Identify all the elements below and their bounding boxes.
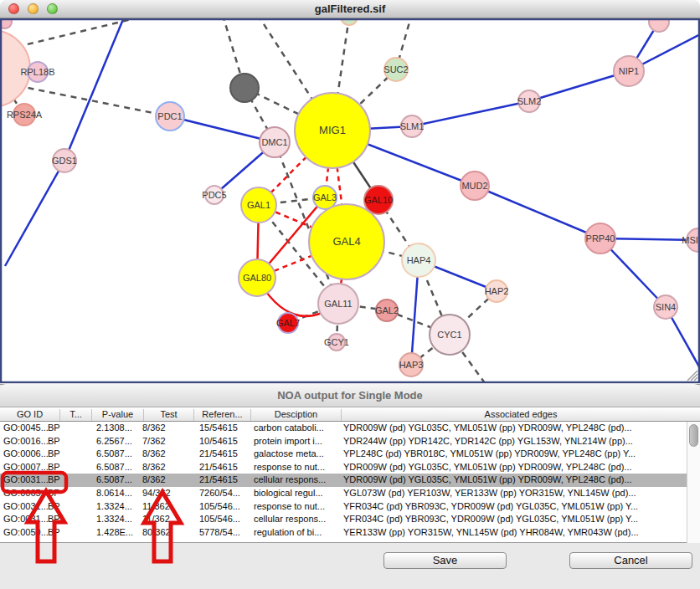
- table-cell: 11/362: [142, 514, 193, 524]
- table-cell: galactose meta...: [254, 448, 341, 458]
- table-row-selected[interactable]: GO:0031...BP6.5087...8/36221/54615cellul…: [0, 474, 687, 487]
- network-edge[interactable]: [64, 18, 126, 161]
- table-cell: YDR244W (pp) YDR142C, YDR142C (pp) YGL15…: [343, 436, 685, 446]
- column-header-test[interactable]: Test: [144, 409, 194, 421]
- table-cell: 8/362: [142, 462, 193, 472]
- column-header-p-value[interactable]: P-value: [92, 409, 144, 421]
- table-cell: GO:0007...: [3, 462, 49, 472]
- table-row[interactable]: GO:0007...BP6.5087...8/36221/54615respon…: [0, 461, 687, 474]
- table-cell: GO:0031...: [3, 474, 49, 484]
- table-cell: BP: [48, 527, 73, 537]
- table-cell: 8/362: [142, 474, 193, 484]
- table-cell: biological regul...: [254, 488, 341, 498]
- table-cell: protein import i...: [254, 436, 341, 446]
- network-window-titlebar[interactable]: galFiltered.sif: [0, 0, 700, 18]
- table-cell: GO:0016...: [3, 436, 49, 446]
- node-label-GAL3: GAL3: [313, 192, 337, 202]
- table-cell: GO:0050...: [3, 527, 49, 537]
- node-label-GCY1: GCY1: [324, 337, 349, 347]
- column-header-associated-edges[interactable]: Associated edges: [342, 409, 700, 421]
- node-label-GAL2: GAL2: [375, 305, 399, 315]
- table-row[interactable]: GO:0045...BP2.1308...8/36215/54615carbon…: [0, 422, 687, 435]
- table-cell: GO:0006...: [3, 448, 49, 458]
- table-cell: regulation of bi...: [254, 527, 341, 537]
- node-label-SLM2: SLM2: [517, 96, 542, 106]
- node-label-SUC2: SUC2: [383, 64, 408, 74]
- network-edge[interactable]: [475, 186, 600, 238]
- table-cell: response to nut...: [254, 501, 341, 511]
- node-label-NIP1: NIP1: [619, 66, 639, 76]
- table-body: GO:0045...BP2.1308...8/36215/54615carbon…: [0, 422, 687, 542]
- table-cell: cellular respons...: [254, 474, 341, 484]
- table-cell: 8.0614...: [96, 488, 142, 498]
- node-label-HAP3: HAP3: [399, 360, 424, 370]
- table-cell: YFR034C (pd) YBR093C, YDR009W (pd) YGL03…: [343, 501, 685, 511]
- column-header-type[interactable]: T...: [60, 409, 92, 421]
- scrollbar-thumb[interactable]: [689, 424, 698, 447]
- vertical-scrollbar[interactable]: [687, 422, 700, 543]
- table-cell: BP: [48, 448, 73, 458]
- network-node-pinktop[interactable]: [649, 18, 669, 32]
- table-cell: BP: [48, 488, 73, 498]
- table-cell: GO:0031...: [3, 501, 49, 511]
- node-label-PRP40: PRP40: [586, 233, 615, 243]
- table-cell: 1.3324...: [96, 501, 142, 511]
- column-header-description[interactable]: Desciption: [251, 409, 342, 421]
- resize-grip-icon[interactable]: [687, 371, 697, 381]
- noa-window-title: NOA output for Single Mode: [0, 389, 700, 402]
- network-edge[interactable]: [412, 101, 529, 126]
- table-cell: YFR034C (pd) YBR093C, YDR009W (pd) YGL03…: [343, 514, 685, 524]
- table-cell: BP: [48, 514, 73, 524]
- network-canvas[interactable]: RPL18BRPS24AGDS1PDC1DMC1MIG1SUC2SLM1SLM2…: [0, 18, 700, 383]
- node-label-GAL10: GAL10: [364, 195, 393, 205]
- network-node-darknode[interactable]: [230, 74, 259, 102]
- table-cell: cellular respons...: [254, 514, 341, 524]
- table-cell: 6.5087...: [96, 462, 142, 472]
- column-header-go-id[interactable]: GO ID: [0, 409, 60, 421]
- table-row[interactable]: GO:0050...BP1.428E...80/3625778/54...reg…: [0, 526, 687, 540]
- table-cell: YGL073W (pd) YER103W, YER133W (pp) YOR31…: [343, 488, 685, 498]
- node-label-HAP4: HAP4: [407, 255, 431, 265]
- network-window-title: galFiltered.sif: [0, 3, 700, 15]
- table-row[interactable]: GO:0065...BP8.0614...94/3627260/54...bio…: [0, 487, 687, 500]
- save-button[interactable]: Save: [383, 552, 507, 569]
- node-label-GAL4: GAL4: [332, 235, 360, 248]
- table-row[interactable]: GO:0031...BP1.3324...11/362105/546...res…: [0, 500, 687, 514]
- table-cell: 80/362: [142, 527, 193, 537]
- table-cell: GO:0031...: [3, 514, 49, 524]
- node-label-DMC1: DMC1: [261, 137, 287, 147]
- network-edge[interactable]: [170, 116, 275, 142]
- node-label-GAL1: GAL1: [247, 200, 270, 210]
- table-row[interactable]: GO:0016...BP6.2567...7/36210/54615protei…: [0, 435, 687, 448]
- network-edge[interactable]: [5, 161, 64, 266]
- table-cell: BP: [48, 436, 73, 446]
- table-row[interactable]: GO:0006...BP6.5087...8/36221/54615galact…: [0, 448, 687, 461]
- table-cell: YDR009W (pd) YGL035C, YML051W (pp) YDR00…: [343, 474, 685, 484]
- node-label-RPL18B: RPL18B: [21, 67, 55, 77]
- table-cell: 6.5087...: [96, 448, 142, 458]
- table-cell: 15/54615: [199, 423, 251, 433]
- table-row[interactable]: GO:0031...BP1.3324...11/362105/546...cel…: [0, 513, 687, 526]
- node-label-GAL11: GAL11: [324, 299, 352, 309]
- network-window: galFiltered.sif RPL18BRPS24AGDS1PDC1DMC1…: [0, 0, 700, 383]
- node-label-PDC1: PDC1: [157, 111, 182, 121]
- table-header: GO ID T... P-value Test Referen... Desci…: [0, 407, 700, 422]
- table-cell: 21/54615: [199, 474, 251, 484]
- table-cell: YDR009W (pd) YGL035C, YML051W (pp) YDR00…: [343, 423, 685, 433]
- table-cell: 6.2567...: [96, 436, 142, 446]
- table-cell: 21/54615: [199, 462, 251, 472]
- table-cell: 1.3324...: [96, 514, 142, 524]
- cancel-button[interactable]: Cancel: [569, 552, 692, 569]
- table-cell: 1.428E...: [96, 527, 142, 537]
- node-label-RPS24A: RPS24A: [7, 110, 43, 120]
- node-label-GAL80: GAL80: [243, 273, 271, 283]
- table-cell: response to nut...: [254, 462, 341, 472]
- table-cell: BP: [48, 501, 73, 511]
- table-cell: BP: [48, 423, 73, 433]
- table-cell: YER133W (pp) YOR315W, YNL145W (pd) YHR08…: [343, 527, 685, 537]
- table-cell: carbon cataboli...: [254, 423, 341, 433]
- node-label-MSI: MSI: [682, 235, 698, 245]
- table-cell: YDR009W (pd) YGL035C, YML051W (pp) YDR00…: [343, 462, 685, 472]
- table-cell: 8/362: [142, 423, 193, 433]
- column-header-reference[interactable]: Referen...: [194, 409, 251, 421]
